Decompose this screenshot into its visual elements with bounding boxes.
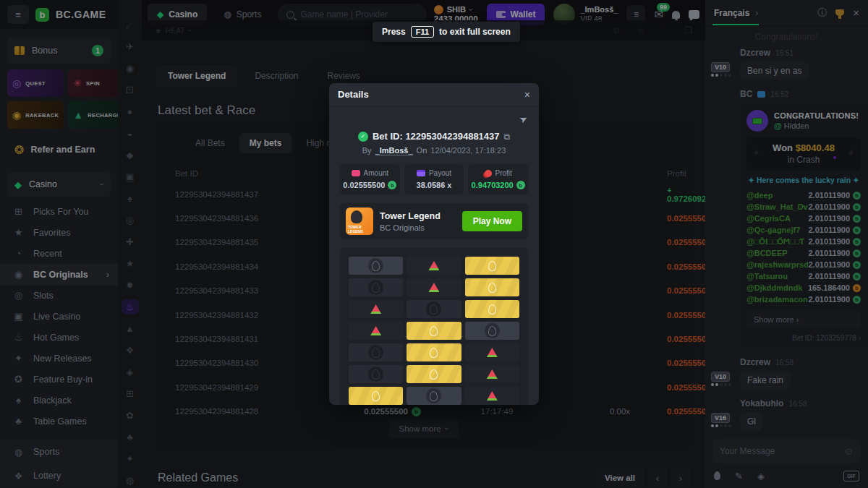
egg-icon [430,348,438,358]
tower-grid-row [349,343,519,361]
watermelon-icon [370,326,381,335]
tower-result-grid [340,248,528,405]
tower-cell-egg-revealed [465,257,519,275]
game-title[interactable]: Tower Legend [380,211,441,221]
payout-icon [417,170,425,176]
share-icon[interactable]: ➤ [518,112,531,127]
bet-byline: By _ImBosš_ On 12/04/2023, 17:18:23 [340,146,528,155]
tower-cell-egg-revealed [407,322,461,340]
profit-stat-card: Profit 0.94703200b [468,164,528,194]
egg-icon [488,283,496,293]
tower-cell-hidden [349,365,403,383]
modal-title: Details [338,89,524,100]
egg-icon [372,391,380,401]
egg-icon [372,369,380,380]
tower-legend-thumbnail[interactable]: TOWER LEGEND [346,207,373,235]
tower-cell-watermelon [407,278,461,296]
egg-slot [368,258,383,273]
tower-grid-row [349,300,519,318]
payout-stat-card: Payout 38.0586 x [404,164,464,194]
profit-icon [485,170,492,177]
tower-cell-hidden [349,278,403,296]
watermelon-icon [428,261,439,270]
egg-icon [372,283,380,293]
tower-cell-picked [465,322,519,340]
game-provider: BC Originals [380,223,441,232]
tower-grid-row [349,322,519,340]
tower-cell-egg-revealed [407,365,461,383]
bc-game-app: ≡ b BC.GAME Bonus 1 ◎ QUEST ✳ SPIN ◉ RAK… [0,0,868,488]
egg-icon [372,261,380,271]
egg-slot [368,367,383,382]
watermelon-icon [428,283,439,292]
tower-cell-egg-revealed [465,300,519,318]
watermelon-icon [370,304,381,314]
bet-user-link[interactable]: _ImBosš_ [375,146,413,155]
tower-cell-egg-revealed [465,278,519,296]
egg-icon [430,369,438,380]
watermelon-icon [487,391,498,401]
tower-grid-row [349,365,519,383]
egg-icon [488,326,496,336]
bet-details-modal: Details × ➤ ✓ Bet ID: 122953042394881437… [329,83,539,405]
modal-close-icon[interactable]: × [524,89,530,100]
play-now-button[interactable]: Play Now [462,211,522,231]
tower-cell-watermelon [465,365,519,383]
amount-stat-card: Amount 0.02555500b [340,164,400,194]
tower-cell-watermelon [465,343,519,361]
tower-cell-watermelon [407,257,461,275]
verified-shield-icon: ✓ [358,132,368,142]
tower-cell-picked [407,387,461,405]
bcd-coin-icon: b [388,181,396,189]
egg-icon [430,391,438,401]
modal-header: Details × [329,83,539,106]
tower-cell-hidden [407,300,461,318]
bet-id-label: Bet ID: [373,131,403,142]
modal-body: ➤ ✓ Bet ID: 122953042394881437 ⧉ By _ImB… [329,106,539,405]
payout-value: 38.0586 x [417,181,452,189]
amount-value: 0.02555500 [343,181,385,189]
egg-slot [368,280,383,295]
egg-icon [372,348,380,358]
bcd-coin-icon: b [516,181,525,189]
bet-datetime: 12/04/2023, 17:18:23 [430,146,506,155]
bet-id-line: ✓ Bet ID: 122953042394881437 ⧉ [340,131,528,142]
bet-id-value: 122953042394881437 [405,131,499,142]
tower-grid-row [349,257,519,275]
egg-icon [430,304,438,314]
fullscreen-exit-tooltip: Press F11 to exit full screen [373,22,520,42]
tower-cell-watermelon [349,300,403,318]
egg-icon [488,304,496,314]
watermelon-icon [487,369,498,379]
tower-cell-egg-revealed [349,387,403,405]
game-card: TOWER LEGEND Tower Legend BC Originals P… [340,203,528,239]
amount-icon [352,170,360,176]
watermelon-icon [487,348,498,357]
f11-keycap: F11 [411,26,434,38]
egg-slot [426,301,441,317]
tower-grid-row [349,387,519,405]
tower-cell-hidden [349,343,403,361]
tower-cell-egg-revealed [407,343,461,361]
tower-grid-row [349,278,519,296]
profit-value: 0.94703200 [472,181,514,189]
tower-cell-watermelon [349,322,403,340]
egg-slot [426,388,441,403]
copy-icon[interactable]: ⧉ [504,132,511,142]
tower-cell-picked [349,257,403,275]
egg-slot [368,345,383,360]
egg-slot [485,323,500,338]
egg-icon [488,261,496,271]
egg-icon [430,326,438,336]
bet-stats: Amount 0.02555500b Payout 38.0586 x Prof… [340,164,528,194]
tower-cell-watermelon [465,387,519,405]
